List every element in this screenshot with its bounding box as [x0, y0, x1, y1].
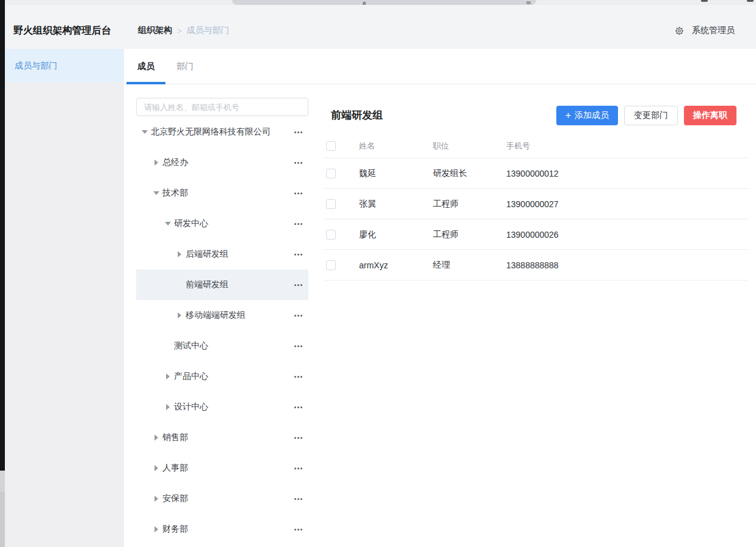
- cell-title: 经理: [433, 260, 506, 271]
- tree-node-label: 后端研发组: [186, 249, 228, 260]
- more-actions-icon[interactable]: [294, 498, 302, 500]
- tree-node[interactable]: 移动端端研发组: [136, 300, 308, 331]
- caret-down-icon[interactable]: [141, 129, 148, 136]
- tree-node-label: 测试中心: [174, 340, 208, 351]
- address-bar[interactable]: [232, 0, 536, 5]
- tree-node-label: 财务部: [162, 524, 188, 535]
- desktop-edge-segment: [0, 471, 5, 492]
- table-row[interactable]: 魏延研发组长13900000012: [324, 158, 748, 189]
- header-check-cell: [324, 141, 359, 151]
- tree-node[interactable]: 总经办: [136, 147, 308, 178]
- row-checkbox[interactable]: [326, 169, 336, 178]
- caret-right-icon[interactable]: [153, 160, 159, 166]
- tree-node-label: 前端研发组: [186, 279, 228, 290]
- change-department-button[interactable]: 变更部门: [624, 106, 678, 125]
- tree-node[interactable]: 设计中心: [136, 392, 308, 422]
- tree-node[interactable]: 人事部: [136, 453, 308, 483]
- resign-label: 操作离职: [693, 110, 727, 121]
- tree-node[interactable]: 技术部: [136, 178, 308, 208]
- more-actions-icon[interactable]: [294, 284, 302, 286]
- select-all-checkbox[interactable]: [326, 141, 336, 151]
- tree-node[interactable]: 产品中心: [136, 361, 308, 392]
- column-header-phone: 手机号: [506, 141, 748, 152]
- column-header-title: 职位: [433, 141, 506, 152]
- members-panel: 前端研发组 + 添加成员 变更部门 操作离职: [324, 105, 748, 281]
- tree-node-label: 设计中心: [174, 402, 208, 413]
- breadcrumb-section[interactable]: 组织架构: [138, 25, 172, 36]
- more-actions-icon[interactable]: [294, 437, 302, 439]
- sidebar: 成员与部门: [5, 49, 124, 547]
- more-actions-icon[interactable]: [294, 162, 302, 164]
- row-checkbox[interactable]: [326, 199, 336, 209]
- more-actions-icon[interactable]: [294, 529, 302, 530]
- tree-node[interactable]: 财务部: [136, 514, 308, 545]
- tree-node[interactable]: 前端研发组: [136, 270, 308, 300]
- caret-down-icon[interactable]: [164, 221, 171, 227]
- add-member-label: 添加成员: [575, 110, 609, 121]
- more-actions-icon[interactable]: [294, 193, 302, 194]
- tree-node-label: 人事部: [162, 463, 188, 474]
- cell-name: 魏延: [359, 168, 433, 179]
- breadcrumb-current: 成员与部门: [187, 25, 230, 36]
- caret-right-icon[interactable]: [153, 526, 159, 533]
- button-group: + 添加成员 变更部门 操作离职: [556, 106, 748, 125]
- more-actions-icon[interactable]: [294, 254, 302, 255]
- browser-toolbar-edge: [5, 0, 756, 5]
- more-actions-icon[interactable]: [294, 468, 302, 469]
- tree-node[interactable]: 测试中心: [136, 331, 308, 361]
- tree-node-label: 移动端端研发组: [186, 310, 245, 321]
- more-actions-icon[interactable]: [294, 376, 302, 378]
- table-row[interactable]: 张翼工程师13900000027: [324, 189, 748, 219]
- more-actions-icon[interactable]: [294, 345, 302, 347]
- cell-phone: 13900000026: [506, 230, 748, 240]
- table-row[interactable]: armXyz经理13888888888: [324, 250, 748, 281]
- plus-icon: +: [565, 111, 571, 120]
- table-header-row: 姓名 职位 手机号: [324, 134, 748, 158]
- caret-right-icon[interactable]: [176, 312, 183, 319]
- tab-bar: 成员部门: [124, 49, 756, 84]
- tree-node-label: 销售部: [162, 432, 188, 443]
- tab-departments[interactable]: 部门: [165, 49, 205, 84]
- caret-right-icon[interactable]: [153, 435, 159, 441]
- more-actions-icon[interactable]: [294, 131, 302, 133]
- browser-menu-icon: [747, 0, 754, 2]
- caret-right-icon[interactable]: [176, 251, 183, 258]
- cell-name: armXyz: [359, 260, 433, 270]
- caret-right-icon[interactable]: [153, 465, 159, 472]
- more-actions-icon[interactable]: [294, 315, 302, 317]
- change-department-label: 变更部门: [634, 110, 668, 121]
- search-input[interactable]: [136, 98, 308, 116]
- tree-node[interactable]: 北京野火无限网络科技有限公司: [136, 117, 308, 147]
- cell-name: 廖化: [359, 229, 433, 240]
- more-actions-icon[interactable]: [294, 406, 302, 408]
- desktop-edge-segment: [0, 492, 5, 547]
- reload-icon: [526, 1, 531, 4]
- caret-right-icon[interactable]: [164, 404, 171, 411]
- row-checkbox[interactable]: [326, 230, 336, 240]
- row-check-cell: [324, 199, 359, 209]
- sidebar-item-members-departments[interactable]: 成员与部门: [5, 49, 124, 83]
- caret-right-icon[interactable]: [164, 373, 171, 380]
- tree-node[interactable]: 后端研发组: [136, 239, 308, 270]
- tree-node-label: 安保部: [162, 493, 188, 504]
- tree-node[interactable]: 安保部: [136, 483, 308, 514]
- tree-node[interactable]: 研发中心: [136, 208, 308, 239]
- cell-title: 工程师: [433, 229, 506, 240]
- tree-node[interactable]: 销售部: [136, 422, 308, 453]
- caret-right-icon[interactable]: [153, 496, 159, 502]
- tree-node-label: 产品中心: [174, 371, 208, 382]
- tab-members[interactable]: 成员: [126, 49, 165, 84]
- gear-icon[interactable]: [674, 26, 684, 35]
- row-checkbox[interactable]: [326, 260, 336, 270]
- tree-node-label: 总经办: [162, 157, 188, 168]
- table-row[interactable]: 廖化工程师13900000026: [324, 219, 748, 250]
- caret-down-icon[interactable]: [153, 190, 159, 197]
- resign-button[interactable]: 操作离职: [684, 106, 736, 125]
- add-member-button[interactable]: + 添加成员: [556, 106, 618, 125]
- current-user-name[interactable]: 系统管理员: [692, 25, 735, 36]
- panel-header: 前端研发组 + 添加成员 变更部门 操作离职: [324, 105, 748, 125]
- more-actions-icon[interactable]: [294, 223, 302, 225]
- tree-node-label: 技术部: [162, 188, 188, 199]
- content-body: 北京野火无限网络科技有限公司总经办技术部研发中心后端研发组前端研发组移动端端研发…: [124, 84, 756, 547]
- app-title: 野火组织架构管理后台: [13, 24, 138, 37]
